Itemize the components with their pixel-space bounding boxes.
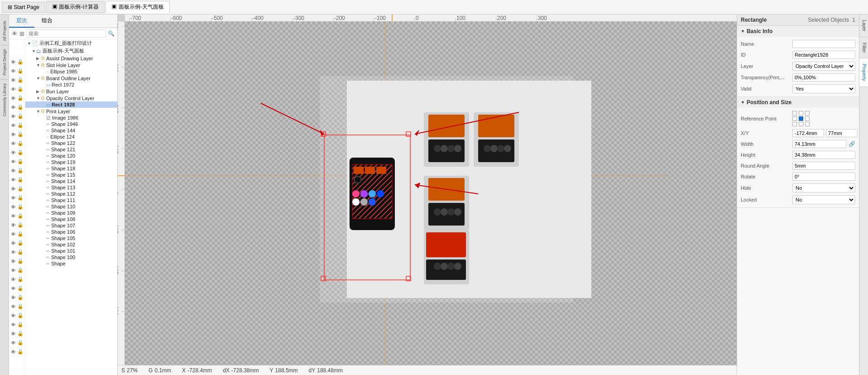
link-icon[interactable]: 🔗 bbox=[849, 141, 855, 147]
lock-s100[interactable]: 🔒 bbox=[17, 340, 24, 346]
rotate-input[interactable] bbox=[792, 173, 855, 181]
eye-s100[interactable]: 👁 bbox=[11, 340, 16, 346]
eye-icon-e1985[interactable]: 👁 bbox=[11, 77, 16, 83]
right-tab-layer[interactable]: Layer bbox=[859, 14, 868, 37]
lock-icon-bun[interactable]: 🔒 bbox=[17, 104, 24, 110]
tree-row-s121[interactable]: ✏Shape 121 bbox=[25, 146, 117, 153]
tree-row-s112[interactable]: ✏Shape 112 bbox=[25, 191, 117, 197]
eye-icon-r1928[interactable]: 👁 bbox=[11, 123, 16, 128]
lock-icon-slot[interactable]: 🔒 bbox=[17, 68, 24, 74]
tree-row-s115[interactable]: ✏Shape 115 bbox=[25, 172, 117, 178]
lock-s102[interactable]: 🔒 bbox=[17, 322, 24, 327]
transparency-input[interactable] bbox=[792, 73, 855, 82]
lock-s107[interactable]: 🔒 bbox=[17, 294, 24, 300]
eye-s122[interactable]: 👁 bbox=[11, 177, 16, 183]
tree-row-s113[interactable]: ✏Shape 113 bbox=[25, 184, 117, 191]
eye-icon-assist[interactable]: 👁 bbox=[11, 59, 16, 65]
lock-sbottom[interactable]: 🔒 bbox=[17, 349, 24, 355]
height-input[interactable] bbox=[792, 151, 855, 159]
tree-row-bun[interactable]: ▶ ⊘ Bun Layer bbox=[25, 88, 117, 95]
lock-s144[interactable]: 🔒 bbox=[17, 159, 24, 164]
layer-search-input[interactable] bbox=[26, 29, 106, 38]
eye-s121[interactable]: 👁 bbox=[11, 186, 16, 192]
tree-row-s119[interactable]: ✏Shape 119 bbox=[25, 159, 117, 165]
locked-select[interactable]: No Yes bbox=[792, 195, 855, 204]
ref-dot-mc[interactable] bbox=[799, 116, 803, 121]
tree-row-root[interactable]: ▼ 📄 示例工程_面板打印设计 bbox=[25, 39, 117, 47]
width-input[interactable] bbox=[792, 140, 847, 148]
lock-s114[interactable]: 🔒 bbox=[17, 231, 24, 237]
name-input[interactable] bbox=[792, 40, 855, 48]
lock-s108[interactable]: 🔒 bbox=[17, 285, 24, 291]
tab-start-page[interactable]: ⊞ Start Page bbox=[2, 2, 45, 13]
ref-dot-bl[interactable] bbox=[792, 122, 797, 126]
tree-row-rect1972[interactable]: ▭ Rect 1972 bbox=[25, 82, 117, 88]
tree-row-s114[interactable]: ✏Shape 114 bbox=[25, 178, 117, 184]
eye-s110[interactable]: 👁 bbox=[11, 268, 16, 273]
eye-icon-r1972[interactable]: 👁 bbox=[11, 96, 16, 101]
lock-icon-assist[interactable]: 🔒 bbox=[17, 59, 24, 65]
lock-e124[interactable]: 🔒 bbox=[17, 168, 24, 173]
tree-row-s122[interactable]: ✏Shape 122 bbox=[25, 140, 117, 146]
eye-s101[interactable]: 👁 bbox=[11, 331, 16, 337]
eye-s118[interactable]: 👁 bbox=[11, 213, 16, 219]
tree-row-opacity[interactable]: ▼ ⊘ Opacity Control Layer bbox=[25, 95, 117, 101]
tree-row-s101[interactable]: ✏Shape 101 bbox=[25, 248, 117, 254]
tree-row-e124[interactable]: ○ Ellipse 124 bbox=[25, 134, 117, 140]
y-input[interactable] bbox=[826, 129, 858, 137]
basic-info-header[interactable]: ▼ Basic Info bbox=[737, 26, 859, 37]
eye-s102[interactable]: 👁 bbox=[11, 322, 16, 327]
expand-slot[interactable]: ▼ bbox=[36, 63, 41, 67]
lock-s109[interactable]: 🔒 bbox=[17, 276, 24, 282]
lock-i1986[interactable]: 🔒 bbox=[17, 140, 24, 146]
tree-row-s120[interactable]: ✏Shape 120 bbox=[25, 153, 117, 159]
tree-row-print[interactable]: ▼ ⊘ Print Layer bbox=[25, 108, 117, 115]
lock-icon-e1985[interactable]: 🔒 bbox=[17, 77, 24, 83]
lock-s1946[interactable]: 🔒 bbox=[17, 149, 24, 155]
canvas-content[interactable] bbox=[125, 22, 737, 365]
tab-layers[interactable]: 层次 bbox=[9, 14, 34, 28]
lock-s112[interactable]: 🔒 bbox=[17, 249, 24, 255]
lock-s121[interactable]: 🔒 bbox=[17, 186, 24, 192]
ref-dot-ml[interactable] bbox=[792, 116, 797, 121]
eye-s114[interactable]: 👁 bbox=[11, 231, 16, 237]
tree-row-rect1928[interactable]: ▭ Rect 1928 bbox=[25, 101, 117, 108]
valid-select[interactable]: Yes No bbox=[792, 84, 855, 93]
lock-icon-r1928[interactable]: 🔒 bbox=[17, 122, 24, 128]
eye-s109[interactable]: 👁 bbox=[11, 277, 16, 282]
lock-s101[interactable]: 🔒 bbox=[17, 331, 24, 337]
tree-row-s107[interactable]: ✏Shape 107 bbox=[25, 222, 117, 229]
tab-combine[interactable]: 组合 bbox=[34, 14, 60, 28]
tree-row-s1946[interactable]: ✏ Shape 1946 bbox=[25, 121, 117, 127]
eye-s107[interactable]: 👁 bbox=[11, 295, 16, 300]
lock-s115[interactable]: 🔒 bbox=[17, 222, 24, 228]
eye-s115[interactable]: 👁 bbox=[11, 222, 16, 228]
tree-row-s106[interactable]: ✏Shape 106 bbox=[25, 229, 117, 235]
eye-s105[interactable]: 👁 bbox=[11, 313, 16, 318]
tree-row-ellipse1985[interactable]: ○ Ellipse 1985 bbox=[25, 68, 117, 75]
tree-row-s108[interactable]: ✏Shape 108 bbox=[25, 216, 117, 222]
hide-select[interactable]: No Yes bbox=[792, 183, 855, 192]
eye-icon-print[interactable]: 👁 bbox=[11, 132, 16, 137]
eye-icon-bun[interactable]: 👁 bbox=[11, 105, 16, 110]
lock-s113[interactable]: 🔒 bbox=[17, 240, 24, 246]
tree-row-assist[interactable]: ▶ ⊘ Assist Drawing Layer bbox=[25, 55, 117, 62]
lock-s111[interactable]: 🔒 bbox=[17, 258, 24, 264]
expand-print[interactable]: ▼ bbox=[36, 109, 41, 114]
ref-dot-tl[interactable] bbox=[792, 111, 797, 115]
tree-row-s100[interactable]: ✏Shape 100 bbox=[25, 254, 117, 260]
eye-i1986[interactable]: 👁 bbox=[11, 141, 16, 146]
tree-row-s109[interactable]: ✏Shape 109 bbox=[25, 210, 117, 216]
expand-board[interactable]: ▼ bbox=[36, 76, 41, 81]
expand-assist[interactable]: ▶ bbox=[36, 56, 41, 61]
eye-s113[interactable]: 👁 bbox=[11, 240, 16, 246]
tree-row-s144[interactable]: ✏ Shape 144 bbox=[25, 127, 117, 134]
tab-calculator[interactable]: ▣ 面板示例-计算器 bbox=[46, 1, 105, 13]
eye-s106[interactable]: 👁 bbox=[11, 304, 16, 309]
expand-root[interactable]: ▼ bbox=[27, 41, 32, 46]
expand-weather[interactable]: ▼ bbox=[32, 49, 36, 53]
eye-s111[interactable]: 👁 bbox=[11, 259, 16, 264]
ref-dot-tr[interactable] bbox=[805, 111, 810, 115]
layer-search-button[interactable]: 🔍 bbox=[108, 30, 115, 37]
tree-row-s118[interactable]: ✏Shape 118 bbox=[25, 165, 117, 172]
